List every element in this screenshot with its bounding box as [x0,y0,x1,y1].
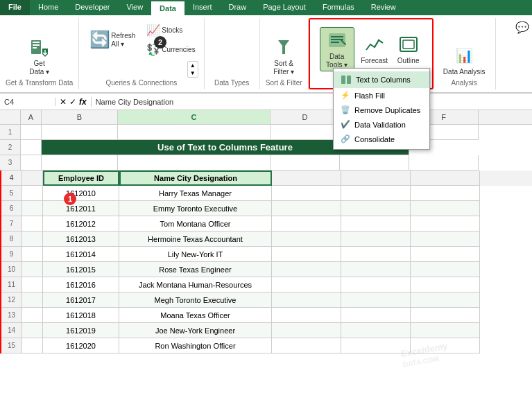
cell-d4[interactable] [272,171,341,186]
cell-a7[interactable] [22,216,43,232]
cell-e10[interactable] [341,262,411,277]
cell-c14[interactable]: Joe New-York Engineer [119,323,272,338]
cell-a6[interactable] [22,201,43,216]
cell-c5[interactable]: Harry Texas Manager [119,186,272,201]
cell-c4-header[interactable]: Name City Designation [119,171,272,186]
cell-f5[interactable] [411,186,480,201]
col-header-b[interactable]: B [42,110,118,124]
cell-f14[interactable] [411,323,480,338]
cell-b1[interactable] [42,125,118,140]
cell-d8[interactable] [272,232,341,247]
cell-c8[interactable]: Hermoine Texas Accountant [119,232,272,247]
cell-c6[interactable]: Emmy Toronto Executive [119,201,272,216]
cell-a15[interactable] [22,338,43,353]
cell-a9[interactable] [22,247,43,262]
cell-d9[interactable] [272,247,341,262]
tab-insert[interactable]: Insert [185,0,221,15]
currencies-button[interactable]: 💱 Currencies [142,40,198,58]
cell-f11[interactable] [411,277,480,292]
cell-c10[interactable]: Rose Texas Engineer [119,262,272,277]
cell-e12[interactable] [341,292,411,308]
cell-f7[interactable] [411,216,480,232]
cell-a11[interactable] [22,277,43,292]
cell-f12[interactable] [411,292,480,308]
remove-duplicates-item[interactable]: 🗑️ Remove Duplicates [334,103,429,117]
cell-a10[interactable] [22,262,43,277]
cell-a3[interactable] [21,155,42,171]
cell-c11[interactable]: Jack Montana Human-Resources [119,277,272,292]
formula-cancel-icon[interactable]: ✕ [60,97,67,107]
cell-d5[interactable] [272,186,341,201]
tab-data[interactable]: Data [151,0,185,15]
formula-confirm-icon[interactable]: ✓ [69,97,76,107]
data-analysis-button[interactable]: 📊 Data Analysis [440,43,488,78]
cell-d1[interactable] [271,125,340,140]
cell-d6[interactable] [272,201,341,216]
cell-e13[interactable] [341,308,411,323]
cell-b4-header[interactable]: Employee ID [43,171,119,186]
cell-c15[interactable]: Ron Washington Officer [119,338,272,353]
cell-b14[interactable]: 1612019 [43,323,119,338]
text-to-columns-item[interactable]: Text to Columns [334,71,429,88]
scroll-down-icon[interactable]: ▼ [188,69,198,77]
scroll-up-icon[interactable]: ▲ [188,62,198,69]
cell-c13[interactable]: Moana Texas Officer [119,308,272,323]
cell-f4[interactable] [411,171,480,186]
cell-b3[interactable] [42,155,118,171]
cell-e4[interactable] [341,171,411,186]
cell-e9[interactable] [341,247,411,262]
cell-c9[interactable]: Lily New-York IT [119,247,272,262]
cell-b10[interactable]: 1612015 [43,262,119,277]
outline-button[interactable]: Outline [395,32,422,67]
cell-b7[interactable]: 1612012 [43,216,119,232]
forecast-button[interactable]: Forecast [357,32,392,67]
cell-d10[interactable] [272,262,341,277]
cell-d7[interactable] [272,216,341,232]
cell-c3[interactable] [118,155,271,171]
tab-developer[interactable]: Developer [67,0,118,15]
cell-a2[interactable] [21,140,42,155]
cell-b15[interactable]: 1612020 [43,338,119,353]
cell-a4[interactable] [22,171,43,186]
cell-f9[interactable] [411,247,480,262]
consolidate-item[interactable]: 🔗 Consolidate [334,132,429,146]
tab-page-layout[interactable]: Page Layout [255,0,314,15]
formula-fx-icon[interactable]: fx [79,97,87,107]
data-validation-item[interactable]: ✔️ Data Validation [334,117,429,132]
cell-e14[interactable] [341,323,411,338]
cell-d14[interactable] [272,323,341,338]
cell-e5[interactable] [341,186,411,201]
cell-b12[interactable]: 1612017 [43,292,119,308]
corner-cell[interactable] [0,110,21,124]
cell-e11[interactable] [341,277,411,292]
cell-c12[interactable]: Megh Toronto Executive [119,292,272,308]
cell-a13[interactable] [22,308,43,323]
cell-b13[interactable]: 1612018 [43,308,119,323]
cell-reference[interactable]: C4 [0,98,55,106]
data-tools-button[interactable]: DataTools ▾ [320,27,354,71]
cell-d12[interactable] [272,292,341,308]
cell-f3[interactable] [409,155,479,171]
cell-e15[interactable] [341,338,411,353]
tab-file[interactable]: File [0,0,30,15]
col-header-c[interactable]: C [118,110,271,124]
cell-a12[interactable] [22,292,43,308]
tab-draw[interactable]: Draw [220,0,255,15]
cell-d13[interactable] [272,308,341,323]
cell-a14[interactable] [22,323,43,338]
cell-f8[interactable] [411,232,480,247]
message-icon[interactable]: 💬 [515,21,529,34]
cell-f13[interactable] [411,308,480,323]
tab-review[interactable]: Review [363,0,404,15]
cell-a5[interactable] [22,186,43,201]
cell-a1[interactable] [21,125,42,140]
cell-d15[interactable] [272,338,341,353]
cell-e3[interactable] [340,155,409,171]
cell-b9[interactable]: 1612014 [43,247,119,262]
get-data-button[interactable]: GetData ▾ [26,35,53,78]
tab-home[interactable]: Home [30,0,67,15]
stocks-button[interactable]: 📈 Stocks [142,21,198,39]
cell-f15[interactable] [411,338,480,353]
formula-content[interactable]: Name City Designation [92,98,532,106]
cell-a8[interactable] [22,232,43,247]
